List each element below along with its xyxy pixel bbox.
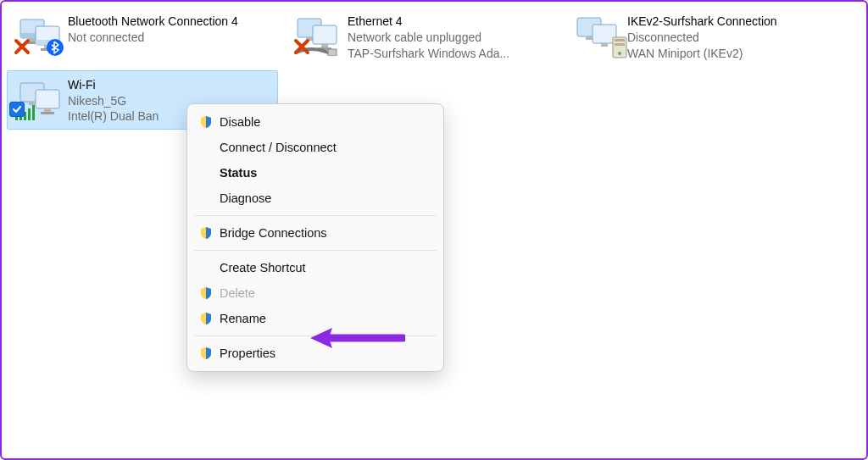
svg-rect-21 xyxy=(615,43,625,46)
adapter-name: Bluetooth Network Connection 4 xyxy=(68,14,238,30)
adapter-name: Ethernet 4 xyxy=(348,14,509,30)
menu-bridge-connections[interactable]: Bridge Connections xyxy=(187,220,443,246)
menu-connect-disconnect[interactable]: Connect / Disconnect xyxy=(187,135,443,160)
adapter-icon xyxy=(12,12,68,59)
adapter-status: Disconnected xyxy=(627,30,777,46)
menu-delete: Delete xyxy=(187,280,443,306)
disabled-x-icon xyxy=(293,38,310,58)
adapter-ikev2[interactable]: IKEv2-Surfshark Connection Disconnected … xyxy=(566,7,837,67)
svg-rect-27 xyxy=(41,112,54,114)
adapter-details: WAN Miniport (IKEv2) xyxy=(627,46,777,62)
adapter-details: TAP-Surfshark Windows Ada... xyxy=(348,46,509,62)
menu-label: Bridge Connections xyxy=(220,226,327,240)
adapter-icon xyxy=(292,12,348,59)
menu-label: Properties xyxy=(220,346,275,360)
svg-rect-12 xyxy=(321,44,328,47)
menu-diagnose[interactable]: Diagnose xyxy=(187,186,443,211)
menu-create-shortcut[interactable]: Create Shortcut xyxy=(187,255,443,280)
menu-label: Disable xyxy=(220,115,260,129)
adapter-bluetooth[interactable]: Bluetooth Network Connection 4 Not conne… xyxy=(7,7,278,67)
menu-disable[interactable]: Disable xyxy=(187,109,443,135)
svg-point-22 xyxy=(618,52,621,55)
svg-rect-11 xyxy=(313,25,337,44)
bluetooth-icon xyxy=(46,38,64,59)
adapter-icon xyxy=(571,12,627,59)
adapter-status: Network cable unplugged xyxy=(348,30,509,46)
svg-rect-32 xyxy=(32,105,35,120)
svg-rect-18 xyxy=(601,43,608,47)
menu-label: Diagnose xyxy=(220,191,271,205)
adapter-name: IKEv2-Surfshark Connection xyxy=(627,14,777,30)
menu-separator xyxy=(194,250,437,251)
svg-rect-14 xyxy=(328,49,337,56)
adapter-details: Intel(R) Dual Ban xyxy=(68,108,159,125)
menu-label: Connect / Disconnect xyxy=(220,141,337,154)
shield-icon xyxy=(199,286,220,300)
adapter-ethernet4[interactable]: Ethernet 4 Network cable unplugged TAP-S… xyxy=(287,7,558,67)
svg-rect-31 xyxy=(28,108,31,120)
menu-label: Delete xyxy=(220,286,255,300)
adapter-name: Wi-Fi xyxy=(68,77,159,93)
menu-label: Status xyxy=(220,166,257,180)
server-tower-icon xyxy=(612,36,627,61)
svg-rect-24 xyxy=(36,90,59,108)
adapter-status: Not connected xyxy=(68,30,238,46)
menu-status[interactable]: Status xyxy=(187,160,443,186)
menu-separator xyxy=(194,215,437,216)
menu-label: Create Shortcut xyxy=(220,261,306,274)
disabled-x-icon xyxy=(14,38,31,58)
shield-icon xyxy=(199,115,220,129)
shield-icon xyxy=(199,312,220,325)
svg-rect-28 xyxy=(15,117,18,120)
svg-rect-26 xyxy=(44,108,51,112)
shield-icon xyxy=(199,226,220,240)
svg-rect-20 xyxy=(615,39,625,42)
shield-icon xyxy=(199,346,220,360)
menu-label: Rename xyxy=(220,312,266,325)
adapter-status: Nikesh_5G xyxy=(68,93,159,109)
svg-rect-17 xyxy=(586,36,593,40)
selection-checkmark-icon xyxy=(9,102,25,117)
annotation-arrow-icon xyxy=(303,325,405,353)
